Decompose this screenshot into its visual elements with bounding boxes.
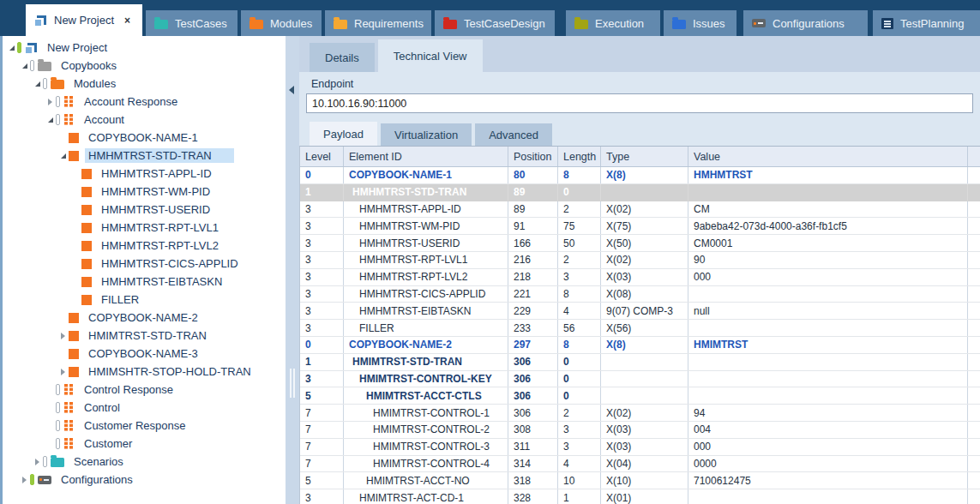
- tree-item-hmhmtrst-wm-pid[interactable]: HMHMTRST-WM-PID: [3, 183, 286, 201]
- table-row[interactable]: 5HMIMTRST-ACCT-CTLS3060: [300, 387, 980, 405]
- cell-type: [601, 354, 688, 370]
- tab-execution[interactable]: Execution: [566, 10, 660, 36]
- expander-open-icon[interactable]: [57, 153, 69, 159]
- tree-item-copybook-name-1[interactable]: COPYBOOK-NAME-1: [3, 129, 286, 147]
- table-row[interactable]: 3HMHMTRST-APPL-ID892X(02)CM: [300, 201, 980, 219]
- tree-item-customer-response[interactable]: Customer Response: [3, 417, 286, 435]
- tab-requirements[interactable]: Requirements: [325, 10, 431, 36]
- cell-position: 229: [508, 303, 558, 319]
- tab-technical-view-label: Technical View: [394, 50, 467, 63]
- expander-open-icon[interactable]: [19, 63, 30, 69]
- tab-modules[interactable]: Modules: [241, 10, 322, 36]
- tree-item-control[interactable]: Control: [3, 399, 286, 417]
- tab-technical-view[interactable]: Technical View: [378, 39, 483, 72]
- column-header-type[interactable]: Type: [601, 147, 688, 166]
- tree-item-copybook-name-2[interactable]: COPYBOOK-NAME-2: [3, 309, 286, 327]
- tree-item-copybooks[interactable]: Copybooks: [3, 57, 286, 75]
- module-icon: [63, 114, 75, 125]
- tab-virtualization[interactable]: Virtualization: [381, 123, 472, 146]
- config-icon: [38, 476, 51, 484]
- tree-item-hmhmtrst-cics-applid[interactable]: HMHMTRST-CICS-APPLID: [3, 255, 286, 273]
- table-row[interactable]: 7HMIMTRST-CONTROL-33113X(03)000: [300, 439, 980, 456]
- cell-value: [688, 387, 968, 404]
- table-row[interactable]: 3HMHMTRST-RPT-LVL12162X(02)90: [300, 252, 980, 269]
- tree-item-account-response[interactable]: Account Response: [3, 93, 286, 111]
- tree-item-hmhmtrst-eibtaskn[interactable]: HMHMTRST-EIBTASKN: [3, 273, 286, 291]
- tab-payload[interactable]: Payload: [310, 122, 377, 146]
- column-header-value[interactable]: Value: [688, 147, 968, 166]
- tree-item-hmhmtrst-userid[interactable]: HMHMTRST-USERID: [3, 201, 286, 219]
- table-row[interactable]: 3HMIMTRST-ACT-CD-13281X(01): [300, 489, 980, 504]
- cell-position: 89: [508, 201, 558, 218]
- tab-issues[interactable]: Issues: [664, 10, 737, 36]
- expander-open-icon[interactable]: [6, 45, 17, 51]
- table-header-row: Level Element ID Position Length Type Va…: [300, 147, 980, 167]
- tab-advanced[interactable]: Advanced: [475, 123, 552, 146]
- tree-item-filler[interactable]: FILLER: [3, 291, 286, 309]
- spine-icon: [56, 384, 60, 395]
- table-row[interactable]: 3FILLER23356X(56): [300, 320, 980, 337]
- table-row[interactable]: 3HMHMTRST-CICS-APPLID2218X(08): [300, 286, 980, 303]
- table-row[interactable]: 0COPYBOOK-NAME-22978X(8)HMIMTRST: [300, 337, 980, 354]
- table-row[interactable]: 1HMIMTRST-STD-TRAN3060: [300, 354, 980, 371]
- tab-new-project[interactable]: New Project×: [26, 4, 142, 36]
- tab-virtualization-label: Virtualization: [394, 129, 458, 141]
- expander-closed-icon[interactable]: [57, 333, 69, 339]
- table-row[interactable]: 7HMIMTRST-CONTROL-43144X(04)0000: [300, 456, 980, 473]
- table-row[interactable]: 7HMIMTRST-CONTROL-13062X(02)94: [300, 405, 980, 422]
- table-row[interactable]: 7HMIMTRST-CONTROL-23083X(03)004: [300, 422, 980, 439]
- expander-open-icon[interactable]: [45, 117, 56, 123]
- tab-configurations[interactable]: Configurations: [743, 10, 868, 36]
- expander-closed-icon[interactable]: [45, 99, 56, 105]
- cell-filler: [968, 387, 980, 404]
- tree-item-scenarios[interactable]: Scenarios: [3, 453, 286, 471]
- table-row[interactable]: 3HMIMTRST-CONTROL-KEY3060: [300, 371, 980, 388]
- tree-item-configurations[interactable]: Configurations: [3, 471, 286, 489]
- tab-close-icon[interactable]: ×: [124, 15, 130, 26]
- tab-testcasedesign[interactable]: TestCaseDesign: [435, 10, 555, 36]
- table-row[interactable]: 3HMHMTRST-WM-PID9175X(75)9abeba42-073d-4…: [300, 218, 980, 235]
- expander-closed-icon[interactable]: [19, 477, 30, 483]
- tab-details[interactable]: Details: [310, 43, 375, 72]
- tree-item-customer[interactable]: Customer: [3, 435, 286, 453]
- table-row[interactable]: 3HMHMTRST-RPT-LVL22183X(03)000: [300, 269, 980, 286]
- tree-item-hmhmtrst-appl-id[interactable]: HMHMTRST-APPL-ID: [3, 165, 286, 183]
- module-icon: [63, 402, 75, 413]
- tree-item-hmhmtrst-std-tran[interactable]: HMHMTRST-STD-TRAN: [3, 147, 286, 165]
- cell-type: X(8): [601, 337, 688, 353]
- tree-item-hmhmtrst-rpt-lvl1[interactable]: HMHMTRST-RPT-LVL1: [3, 219, 286, 237]
- expander-open-icon[interactable]: [32, 81, 43, 87]
- tree-item-modules[interactable]: Modules: [3, 75, 286, 93]
- tab-testplanning[interactable]: TestPlanning: [873, 10, 980, 36]
- tree-item-new-project[interactable]: New Project: [3, 39, 286, 57]
- tree-item-hmhmtrst-rpt-lvl2[interactable]: HMHMTRST-RPT-LVL2: [3, 237, 286, 255]
- tab-testcases[interactable]: TestCases: [146, 10, 237, 36]
- cell-filler: [968, 405, 980, 421]
- column-header-level[interactable]: Level: [300, 147, 344, 166]
- splitter-grip[interactable]: [290, 369, 292, 398]
- tree-item-hmimtrst-std-tran[interactable]: HMIMTRST-STD-TRAN: [3, 327, 286, 345]
- panel-splitter[interactable]: [286, 36, 299, 504]
- tree-item-account[interactable]: Account: [3, 111, 286, 129]
- column-header-position[interactable]: Position: [508, 147, 558, 166]
- expander-closed-icon[interactable]: [32, 459, 43, 465]
- config-icon: [752, 19, 766, 27]
- table-row[interactable]: 0COPYBOOK-NAME-1808X(8)HMHMTRST: [300, 167, 980, 184]
- folder-icon: [51, 80, 64, 89]
- column-header-length[interactable]: Length: [558, 147, 601, 166]
- column-header-element-id[interactable]: Element ID: [344, 147, 508, 166]
- expander-closed-icon[interactable]: [57, 369, 69, 375]
- tree-item-copybook-name-3[interactable]: COPYBOOK-NAME-3: [3, 345, 286, 363]
- table-row[interactable]: 5HMIMTRST-ACCT-NO31810X(10)7100612475: [300, 472, 980, 489]
- cell-type: [601, 387, 688, 404]
- cell-position: 233: [508, 320, 558, 336]
- tree-item-hmimshtr-stop-hold-tran[interactable]: HMIMSHTR-STOP-HOLD-TRAN: [3, 363, 286, 381]
- table-row[interactable]: 3HMHMTRST-USERID16650X(50)CM0001: [300, 235, 980, 252]
- endpoint-input[interactable]: [306, 93, 973, 113]
- spine-icon: [56, 402, 60, 413]
- collapse-arrow-icon[interactable]: [289, 86, 294, 94]
- tree-item-control-response[interactable]: Control Response: [3, 381, 286, 399]
- square-icon: [69, 151, 79, 161]
- table-row[interactable]: 1HMHMTRST-STD-TRAN890: [300, 184, 980, 201]
- table-row[interactable]: 3HMHMTRST-EIBTASKN22949(07) COMP-3null: [300, 303, 980, 320]
